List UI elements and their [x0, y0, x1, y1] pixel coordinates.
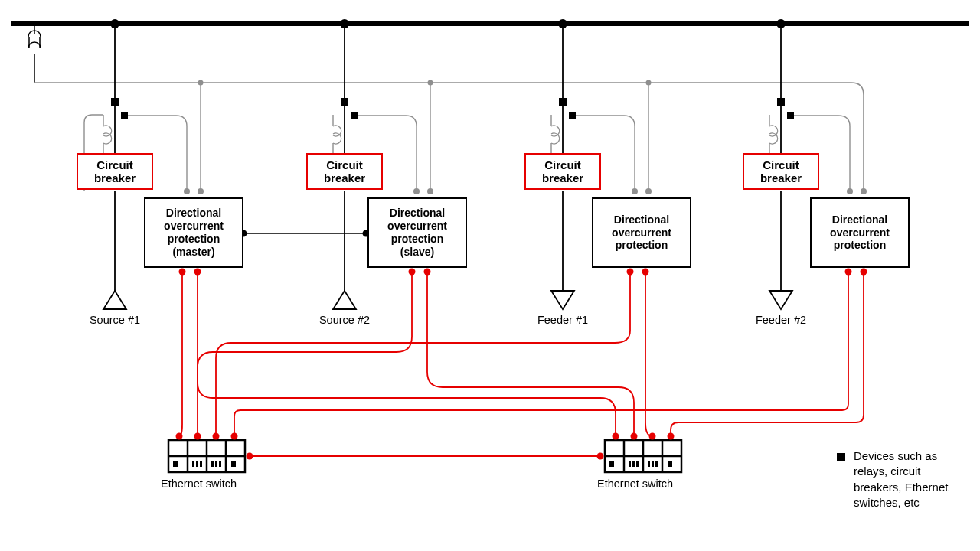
protection-slave: Directionalovercurrentprotection(slave) [368, 197, 467, 268]
diagram-canvas [0, 0, 980, 551]
svg-rect-67 [215, 461, 217, 467]
svg-rect-78 [636, 461, 639, 467]
protection-master: Directionalovercurrentprotection(master) [144, 197, 243, 268]
circuit-breaker-fd1: Circuitbreaker [524, 153, 601, 190]
svg-point-26 [428, 80, 433, 86]
svg-rect-9 [121, 112, 128, 119]
svg-point-37 [632, 188, 638, 194]
svg-rect-35 [569, 112, 576, 119]
label-fd1: Feeder #1 [524, 314, 601, 326]
svg-rect-17 [341, 98, 348, 106]
protection-fd2: Directionalovercurrentprotection [810, 197, 910, 268]
arrow-up-icon [103, 291, 126, 309]
svg-rect-64 [196, 461, 198, 467]
svg-point-39 [645, 188, 652, 194]
switch-right-ports [612, 433, 675, 440]
ct-icon [103, 115, 112, 155]
circuit-breaker-src1: Circuitbreaker [77, 153, 153, 190]
svg-point-13 [198, 188, 204, 194]
svg-point-14 [198, 80, 204, 86]
svg-point-11 [184, 188, 190, 194]
svg-rect-82 [668, 461, 672, 467]
ethernet-switch-left-icon [168, 440, 245, 472]
svg-rect-68 [219, 461, 221, 467]
square-icon [111, 98, 119, 106]
svg-rect-49 [787, 112, 794, 119]
ethernet-switch-right-icon [605, 440, 681, 472]
label-src1: Source #1 [77, 314, 153, 326]
svg-rect-21 [351, 112, 358, 119]
svg-point-40 [646, 80, 652, 86]
transformer-icon [28, 26, 41, 83]
arrow-up-icon [333, 291, 356, 309]
switch-left-ports [176, 433, 238, 440]
arrow-down-icon [769, 291, 792, 309]
svg-rect-81 [655, 461, 658, 467]
svg-rect-69 [231, 461, 236, 467]
svg-rect-76 [629, 461, 631, 467]
busbar-line [11, 21, 969, 26]
svg-rect-31 [559, 98, 567, 106]
svg-point-52 [861, 188, 867, 194]
svg-point-25 [427, 188, 433, 194]
svg-rect-66 [211, 461, 214, 467]
svg-rect-75 [609, 461, 614, 467]
legend-text: Devices such as relays, circuit breakers… [854, 448, 969, 510]
svg-point-23 [413, 188, 420, 194]
label-src2: Source #2 [306, 314, 383, 326]
legend-square-icon [837, 453, 845, 461]
svg-rect-77 [632, 461, 635, 467]
circuit-breaker-src2: Circuitbreaker [306, 153, 383, 190]
svg-rect-80 [652, 461, 654, 467]
ethernet-switch-left-label: Ethernet switch [161, 478, 268, 490]
arrow-down-icon [551, 291, 574, 309]
svg-rect-45 [777, 98, 785, 106]
ethernet-switch-right-label: Ethernet switch [597, 478, 704, 490]
ethernet-cables [179, 272, 864, 436]
circuit-breaker-fd2: Circuitbreaker [743, 153, 819, 190]
svg-rect-62 [173, 461, 178, 467]
svg-rect-65 [200, 461, 202, 467]
protection-fd1: Directionalovercurrentprotection [592, 197, 691, 268]
svg-rect-63 [192, 461, 194, 467]
label-fd2: Feeder #2 [743, 314, 819, 326]
svg-rect-79 [648, 461, 650, 467]
svg-point-51 [847, 188, 853, 194]
